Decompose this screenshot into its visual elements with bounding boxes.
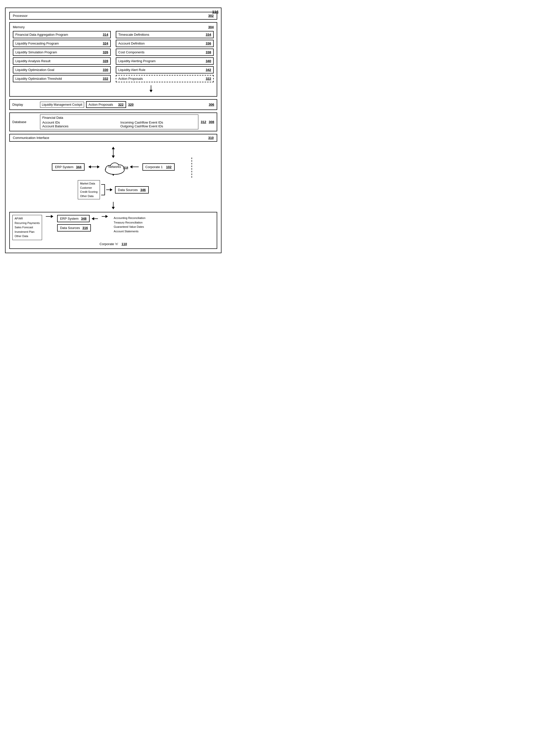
mem-ref-right-5: 322 bbox=[206, 77, 211, 81]
ap-ar-box: AP/AR Recurring Payments Sales Forecast … bbox=[12, 215, 42, 240]
mem-ref-0: 314 bbox=[103, 33, 108, 37]
display-ap-ref: 322 bbox=[118, 103, 124, 107]
corporate-n-inner: AP/AR Recurring Payments Sales Forecast … bbox=[12, 215, 214, 240]
accounting-line-2: Treasury Reconciliation bbox=[114, 221, 146, 225]
mem-item-action-props: Action Proposals 322 bbox=[116, 75, 214, 82]
mem-item-lfp: Liquidity Forecasting Program 324 bbox=[13, 40, 111, 47]
mem-ref-2: 326 bbox=[103, 50, 108, 54]
mem-label-right-4: Liquidity Alert Rule bbox=[118, 68, 146, 72]
processor-ref: 302 bbox=[208, 14, 214, 18]
mem-label-4: Liquidity Optimization Goal bbox=[15, 68, 54, 72]
processor-box: Processor 302 bbox=[9, 12, 217, 20]
data-sources-1-ref: 346 bbox=[140, 188, 146, 192]
memory-box: Memory 304 Financial Data Aggregation Pr… bbox=[9, 22, 217, 97]
mem-ref-5: 332 bbox=[103, 77, 108, 81]
mem-ref-3: 328 bbox=[103, 59, 108, 63]
database-inner: Financial Data Account IDs Incoming Cash… bbox=[40, 115, 198, 129]
db-outgoing-cashflow: Outgoing Cashflow Event IDs bbox=[120, 124, 196, 128]
mem-label-3: Liquidity Analysis Result bbox=[15, 59, 50, 63]
mem-item-timescale: Timescale Definitions 334 bbox=[116, 31, 214, 38]
corp-n-label: Corporate 'n' bbox=[100, 242, 118, 246]
cockpit-text: Liquidity Management Cockpit bbox=[42, 103, 82, 107]
mem-ref-right-1: 336 bbox=[206, 42, 211, 45]
data-sources-n-label: Data Sources bbox=[60, 226, 80, 230]
market-data-line-1: Market Data bbox=[80, 181, 98, 186]
market-data-bracket bbox=[101, 184, 105, 195]
ap-ar-line-4: Investment Plan bbox=[15, 230, 40, 234]
memory-ref: 304 bbox=[208, 25, 214, 29]
corp1-dashed-border bbox=[192, 158, 192, 178]
database-inner-ref: 312 bbox=[201, 120, 206, 124]
mem-item-fdap: Financial Data Aggregation Program 314 bbox=[13, 31, 111, 38]
networks-label: Networks bbox=[109, 165, 121, 168]
db-account-ids: Account IDs bbox=[42, 120, 118, 124]
database-ref: 308 bbox=[209, 120, 214, 124]
accounting-line-4: Account Statements bbox=[114, 229, 146, 234]
db-row-1: Account IDs Incoming Cashflow Event IDs bbox=[42, 120, 196, 124]
mem-label-right-3: Liquidity Alerting Program bbox=[118, 59, 156, 63]
accounting-line-1: Accounting Reconciliation bbox=[114, 216, 146, 221]
mem-item-lar: Liquidity Analysis Result 328 bbox=[13, 58, 111, 65]
network-diagram: ERP System 344 bbox=[9, 159, 217, 199]
ap-ar-line-3: Sales Forecast bbox=[15, 225, 40, 230]
ap-ar-line-2: Recurring Payments bbox=[15, 221, 40, 226]
mem-item-cost-comp: Cost Components 338 bbox=[116, 49, 214, 56]
main-diagram: 116 Processor 302 Memory 304 Financial D… bbox=[5, 7, 222, 253]
corporate-n-box: AP/AR Recurring Payments Sales Forecast … bbox=[9, 212, 217, 249]
market-data-line-3: Credit Scoring bbox=[80, 190, 98, 194]
db-account-balances: Account Balances bbox=[42, 124, 118, 128]
mem-label-5: Liquidity Optimization Threshold bbox=[15, 77, 62, 81]
mem-ref-right-2: 338 bbox=[206, 50, 211, 54]
mem-label-1: Liquidity Forecasting Program bbox=[15, 42, 59, 45]
db-row-2: Account Balances Outgoing Cashflow Event… bbox=[42, 124, 196, 128]
market-data-box: Market Data Customer Credit Scoring Othe… bbox=[78, 180, 100, 199]
market-to-datasource-arrow bbox=[106, 188, 112, 191]
comm-ref: 310 bbox=[208, 136, 214, 140]
market-data-line-4: Other Data bbox=[80, 194, 98, 198]
display-inner-ref: 320 bbox=[128, 103, 134, 107]
mem-item-lap: Liquidity Alerting Program 340 bbox=[116, 58, 214, 65]
market-data-group: Market Data Customer Credit Scoring Othe… bbox=[78, 180, 112, 199]
mem-ref-1: 324 bbox=[103, 42, 108, 45]
mem-ref-right-4: 342 bbox=[206, 68, 211, 72]
erp-system-n-label: ERP System bbox=[60, 217, 79, 221]
memory-label-row: Memory 304 bbox=[13, 25, 214, 29]
erp-system-n-ref: 348 bbox=[81, 217, 87, 221]
datasource-to-corpn-arrow bbox=[9, 202, 217, 209]
memory-label: Memory bbox=[13, 25, 25, 29]
market-data-line-2: Customer bbox=[80, 186, 98, 190]
database-box: Database Financial Data Account IDs Inco… bbox=[9, 113, 217, 131]
db-incoming-cashflow: Incoming Cashflow Event IDs bbox=[120, 120, 196, 124]
corp-n-footer: Corporate 'n' 110 bbox=[12, 242, 214, 246]
memory-grid: Financial Data Aggregation Program 314 T… bbox=[13, 31, 214, 82]
database-label: Database bbox=[12, 120, 38, 124]
mem-item-lot: Liquidity Optimization Threshold 332 bbox=[13, 75, 111, 82]
ap-ar-line-1: AP/AR bbox=[15, 216, 40, 221]
comm-to-network-arrow bbox=[9, 147, 217, 158]
processor-label: Processor bbox=[13, 14, 28, 18]
datasource-to-accounting-arrow bbox=[102, 215, 108, 218]
ap-ar-line-5: Other Data bbox=[15, 234, 40, 238]
erp-system-n-row: ERP System 348 bbox=[57, 215, 98, 222]
data-sources-row: Market Data Customer Credit Scoring Othe… bbox=[9, 180, 217, 199]
mem-item-log: Liquidity Optimization Goal 330 bbox=[13, 66, 111, 73]
db-financial-data: Financial Data bbox=[42, 116, 196, 119]
mem-ref-right-3: 340 bbox=[206, 59, 211, 63]
erp-datasources-col: ERP System 348 Data Sources 316 bbox=[57, 215, 98, 231]
networks-cloud: Networks bbox=[104, 159, 126, 175]
corp-n-ref: 110 bbox=[121, 242, 127, 246]
erp-system-n-box: ERP System 348 bbox=[57, 215, 90, 222]
mem-ref-right-0: 334 bbox=[206, 33, 211, 37]
data-sources-n-box: Data Sources 316 bbox=[57, 224, 91, 231]
display-ap-label: Action Proposals bbox=[89, 103, 113, 107]
mem-ref-4: 330 bbox=[103, 68, 108, 72]
display-ref: 306 bbox=[209, 103, 214, 107]
network-to-erp-arrow bbox=[92, 217, 98, 220]
mem-label-right-5: Action Proposals bbox=[118, 77, 143, 81]
comm-label: Communication Interface bbox=[13, 136, 49, 140]
mem-item-lsp: Liquidity Simulation Program 326 bbox=[13, 49, 111, 56]
data-sources-n-row: Data Sources 316 bbox=[57, 224, 91, 231]
mem-label-right-2: Cost Components bbox=[118, 50, 144, 54]
data-sources-1-label: Data Sources bbox=[118, 188, 138, 192]
accounting-line-3: Guaranteed Value Dates bbox=[114, 225, 146, 229]
